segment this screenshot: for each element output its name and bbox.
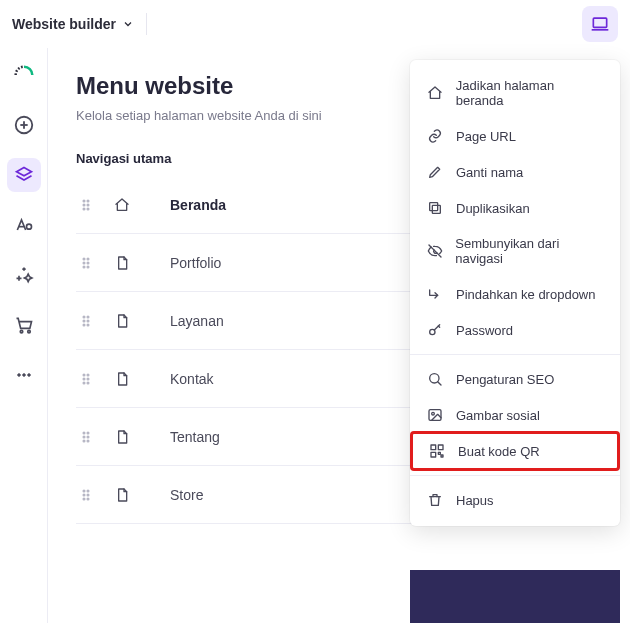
svg-point-14 — [83, 200, 85, 202]
svg-rect-65 — [431, 452, 436, 457]
qr-icon — [429, 443, 445, 459]
svg-marker-5 — [16, 168, 31, 176]
divider — [146, 13, 147, 35]
drag-handle[interactable] — [78, 197, 94, 213]
rail-styles-button[interactable] — [7, 208, 41, 242]
rail-logo[interactable] — [7, 58, 41, 92]
home-icon-wrap — [426, 85, 444, 101]
menu-item-label: Password — [456, 323, 513, 338]
svg-rect-66 — [438, 452, 440, 454]
rail-add-button[interactable] — [7, 108, 41, 142]
link-icon-wrap — [426, 128, 444, 144]
chevron-down-icon — [122, 18, 134, 30]
menu-item-pencil[interactable]: Ganti nama — [410, 154, 620, 190]
page-icon — [114, 429, 130, 445]
rail-store-button[interactable] — [7, 308, 41, 342]
svg-point-23 — [83, 262, 85, 264]
drag-handle[interactable] — [78, 487, 94, 503]
eye-off-icon-wrap — [426, 243, 443, 259]
desktop-preview-button[interactable] — [582, 6, 618, 42]
svg-point-7 — [20, 330, 23, 333]
menu-item-label: Hapus — [456, 493, 494, 508]
pencil-icon — [427, 164, 443, 180]
svg-point-17 — [87, 204, 89, 206]
page-icon — [114, 487, 130, 503]
svg-point-40 — [87, 382, 89, 384]
search-icon — [427, 371, 443, 387]
top-bar: Website builder — [0, 0, 630, 48]
menu-item-label: Gambar sosial — [456, 408, 540, 423]
svg-point-47 — [87, 440, 89, 442]
rail-more-button[interactable] — [7, 358, 41, 392]
page-type-icon — [112, 487, 132, 503]
menu-separator — [410, 354, 620, 355]
svg-point-51 — [83, 494, 85, 496]
svg-point-18 — [83, 208, 85, 210]
svg-rect-64 — [438, 445, 443, 450]
svg-point-36 — [87, 374, 89, 376]
rail-ai-button[interactable] — [7, 258, 41, 292]
home-icon — [114, 197, 130, 213]
drag-handle[interactable] — [78, 313, 94, 329]
page-context-menu: Jadikan halaman berandaPage URLGanti nam… — [410, 60, 620, 526]
menu-item-home[interactable]: Jadikan halaman beranda — [410, 68, 620, 118]
copy-icon — [427, 200, 443, 216]
menu-item-corner[interactable]: Pindahkan ke dropdown — [410, 276, 620, 312]
svg-point-54 — [87, 498, 89, 500]
key-icon-wrap — [426, 322, 444, 338]
menu-item-qr[interactable]: Buat kode QR — [412, 433, 618, 469]
svg-point-25 — [83, 266, 85, 268]
text-style-icon — [14, 215, 34, 235]
trash-icon-wrap — [426, 492, 444, 508]
drag-handle[interactable] — [78, 429, 94, 445]
menu-item-eye-off[interactable]: Sembunyikan dari navigasi — [410, 226, 620, 276]
svg-point-52 — [87, 494, 89, 496]
svg-point-43 — [87, 432, 89, 434]
app-switcher[interactable]: Website builder — [12, 16, 134, 32]
menu-item-key[interactable]: Password — [410, 312, 620, 348]
menu-item-trash[interactable]: Hapus — [410, 482, 620, 518]
page-icon — [114, 371, 130, 387]
drag-handle[interactable] — [78, 371, 94, 387]
menu-item-label: Buat kode QR — [458, 444, 540, 459]
image-icon-wrap — [426, 407, 444, 423]
svg-point-28 — [83, 316, 85, 318]
menu-item-label: Page URL — [456, 129, 516, 144]
page-icon — [114, 313, 130, 329]
menu-item-search[interactable]: Pengaturan SEO — [410, 361, 620, 397]
svg-point-62 — [432, 412, 435, 415]
svg-point-21 — [83, 258, 85, 260]
svg-point-32 — [83, 324, 85, 326]
menu-item-link[interactable]: Page URL — [410, 118, 620, 154]
svg-point-19 — [87, 208, 89, 210]
qr-icon-wrap — [428, 443, 446, 459]
page-icon — [114, 255, 130, 271]
svg-point-8 — [27, 330, 30, 333]
svg-point-50 — [87, 490, 89, 492]
svg-rect-63 — [431, 445, 436, 450]
svg-point-16 — [83, 204, 85, 206]
menu-item-image[interactable]: Gambar sosial — [410, 397, 620, 433]
eye-off-icon — [427, 243, 443, 259]
dots-icon — [14, 365, 34, 385]
menu-item-label: Pengaturan SEO — [456, 372, 554, 387]
svg-point-33 — [87, 324, 89, 326]
rail-pages-button[interactable] — [7, 158, 41, 192]
svg-point-42 — [83, 432, 85, 434]
svg-point-53 — [83, 498, 85, 500]
svg-rect-56 — [432, 205, 440, 213]
drag-icon — [78, 313, 94, 329]
search-icon-wrap — [426, 371, 444, 387]
svg-point-30 — [83, 320, 85, 322]
svg-point-39 — [83, 382, 85, 384]
svg-point-9 — [17, 374, 20, 377]
svg-point-49 — [83, 490, 85, 492]
drag-handle[interactable] — [78, 255, 94, 271]
menu-item-copy[interactable]: Duplikasikan — [410, 190, 620, 226]
app-title: Website builder — [12, 16, 116, 32]
corner-icon — [427, 286, 443, 302]
svg-point-29 — [87, 316, 89, 318]
svg-point-46 — [83, 440, 85, 442]
layers-icon — [14, 165, 34, 185]
drag-icon — [78, 371, 94, 387]
